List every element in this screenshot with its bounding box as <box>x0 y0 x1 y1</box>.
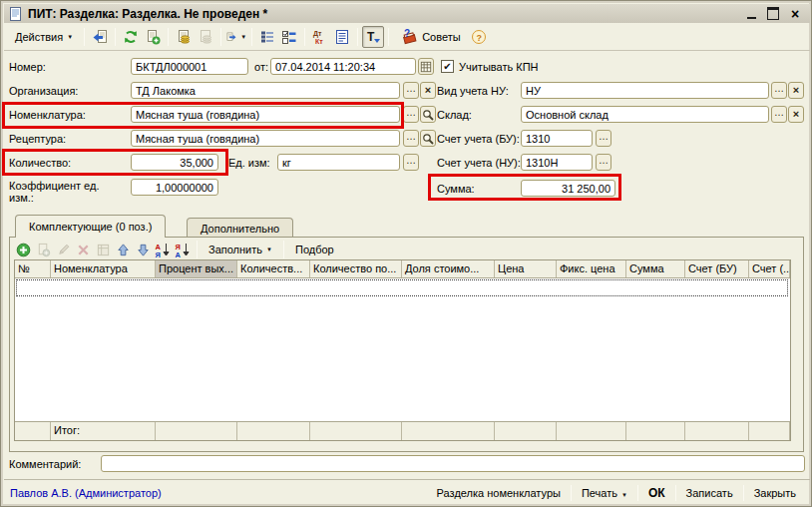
unit-ellipsis-icon[interactable] <box>403 154 419 171</box>
quantity-field[interactable]: 35,000 <box>131 154 218 171</box>
footer-button-1[interactable]: Печать <box>574 485 635 501</box>
title-bar: ПИТ: Разделка: Разделка. Не проведен * <box>4 4 810 23</box>
footer-separator <box>675 485 676 501</box>
sort-desc-icon[interactable]: ЯА <box>173 241 193 258</box>
refresh-icon[interactable] <box>120 26 142 48</box>
minimize-icon[interactable] <box>745 8 757 20</box>
nu-kind-field[interactable]: НУ <box>521 82 769 99</box>
column-header-7[interactable]: Фикс. цена <box>557 260 626 277</box>
sort-asc-icon[interactable]: АЯ <box>153 241 173 258</box>
column-header-3[interactable]: Количеств... <box>237 260 310 277</box>
table-body[interactable] <box>15 278 790 421</box>
report-icon[interactable] <box>331 26 353 48</box>
warehouse-field[interactable]: Основной склад <box>521 106 769 123</box>
document-icon <box>9 7 23 21</box>
organization-field[interactable]: ТД Лакомка <box>131 82 400 99</box>
table-toolbar: АЯ ЯА Заполнить Подбор <box>13 240 341 259</box>
column-header-8[interactable]: Сумма <box>626 260 685 277</box>
move-down-icon[interactable] <box>133 241 153 258</box>
maximize-icon[interactable] <box>767 8 779 20</box>
column-header-4[interactable]: Количество по... <box>310 260 402 277</box>
column-header-1[interactable]: Номенклатура <box>51 260 156 277</box>
toolbar-separator <box>115 28 116 46</box>
recipe-label: Рецептура: <box>9 133 66 145</box>
organization-clear-icon[interactable] <box>420 82 436 99</box>
reread-icon[interactable] <box>89 26 111 48</box>
total-cell-10 <box>749 422 790 440</box>
account-nu-field[interactable]: 1310Н <box>521 154 593 171</box>
footer-button-2[interactable]: ОК <box>640 484 673 502</box>
account-bu-ellipsis-icon[interactable] <box>596 130 611 147</box>
goto-icon[interactable] <box>225 26 247 48</box>
actions-menu-button[interactable]: Действия <box>8 27 80 47</box>
svg-text:?: ? <box>476 32 482 42</box>
footer-separator <box>637 485 638 501</box>
footer-bar: Павлов А.В. (Администратор) Разделка ном… <box>4 479 810 505</box>
column-header-0[interactable]: № <box>15 260 51 277</box>
organization-ellipsis-icon[interactable] <box>403 82 419 99</box>
quantity-label: Количество: <box>9 157 71 169</box>
copy-row-icon[interactable] <box>33 241 53 258</box>
svg-text:Т: Т <box>367 30 375 44</box>
close-icon[interactable] <box>789 8 801 20</box>
column-header-10[interactable]: Счет (... <box>749 260 790 277</box>
warehouse-label: Склад: <box>437 109 472 121</box>
move-up-icon[interactable] <box>113 241 133 258</box>
window-title: ПИТ: Разделка: Разделка. Не проведен * <box>28 7 267 21</box>
account-nu-ellipsis-icon[interactable] <box>596 154 611 171</box>
column-header-9[interactable]: Счет (БУ) <box>685 260 749 277</box>
nomenclature-field[interactable]: Мясная туша (говядина) <box>131 106 400 123</box>
sum-field[interactable]: 31 250,00 <box>521 180 615 197</box>
coefficient-field[interactable]: 1,00000000 <box>131 179 218 196</box>
total-cell-6 <box>495 422 557 440</box>
fill-menu-button[interactable]: Заполнить <box>202 240 279 259</box>
total-cell-5 <box>402 422 495 440</box>
recipe-ellipsis-icon[interactable] <box>403 130 419 147</box>
add-row-icon[interactable] <box>13 241 33 258</box>
tab-components[interactable]: Комплектующие (0 поз.) <box>15 215 166 238</box>
tab-additional[interactable]: Дополнительно <box>187 218 293 238</box>
kpn-checkbox[interactable] <box>441 60 454 73</box>
warehouse-ellipsis-icon[interactable] <box>771 106 787 123</box>
finish-edit-icon[interactable] <box>93 241 113 258</box>
footer-button-4[interactable]: Закрыть <box>746 485 804 501</box>
account-bu-field[interactable]: 1310 <box>521 130 593 147</box>
nu-kind-ellipsis-icon[interactable] <box>771 82 787 99</box>
user-link[interactable]: Павлов А.В. (Администратор) <box>10 487 162 499</box>
warehouse-clear-icon[interactable] <box>788 106 804 123</box>
structure-icon[interactable] <box>256 26 278 48</box>
toolbar-separator <box>197 241 198 258</box>
checklist-icon[interactable] <box>278 26 300 48</box>
recipe-magnifier-icon[interactable] <box>420 130 436 147</box>
column-header-2[interactable]: Процент вых... <box>156 260 237 277</box>
text-tool-icon[interactable]: Т <box>362 26 384 48</box>
delete-row-icon[interactable] <box>73 241 93 258</box>
total-cell-7 <box>557 422 626 440</box>
tips-book-icon: ? <box>400 28 418 45</box>
insert-row-indicator[interactable] <box>16 279 788 296</box>
toolbar-separator <box>357 28 358 46</box>
column-header-5[interactable]: Доля стоимо... <box>402 260 495 277</box>
nomenclature-magnifier-icon[interactable] <box>420 106 436 123</box>
svg-text:Я: Я <box>156 251 161 258</box>
unpost-icon[interactable] <box>195 26 216 48</box>
footer-button-3[interactable]: Записать <box>678 485 741 501</box>
recipe-field[interactable]: Мясная туша (говядина) <box>131 130 400 147</box>
comment-field[interactable] <box>101 455 805 472</box>
tips-button[interactable]: ? Советы <box>393 24 467 49</box>
pick-button[interactable]: Подбор <box>288 240 341 259</box>
post-icon[interactable] <box>173 26 195 48</box>
dtkt-icon[interactable]: ДтКт <box>309 26 331 48</box>
calendar-icon[interactable] <box>418 58 434 75</box>
column-header-6[interactable]: Цена <box>495 260 557 277</box>
number-field[interactable]: БКТДЛ000001 <box>131 58 248 75</box>
nomenclature-ellipsis-icon[interactable] <box>403 106 419 123</box>
unit-field[interactable]: кг <box>277 154 400 171</box>
copy-icon[interactable] <box>142 26 164 48</box>
nu-kind-clear-icon[interactable] <box>788 82 804 99</box>
edit-row-icon[interactable] <box>53 241 73 258</box>
help-icon[interactable]: ? <box>468 26 490 48</box>
date-field[interactable]: 07.04.2014 11:20:34 <box>270 58 416 75</box>
footer-button-0[interactable]: Разделка номенклатуры <box>429 485 569 501</box>
toolbar-separator <box>220 28 221 46</box>
